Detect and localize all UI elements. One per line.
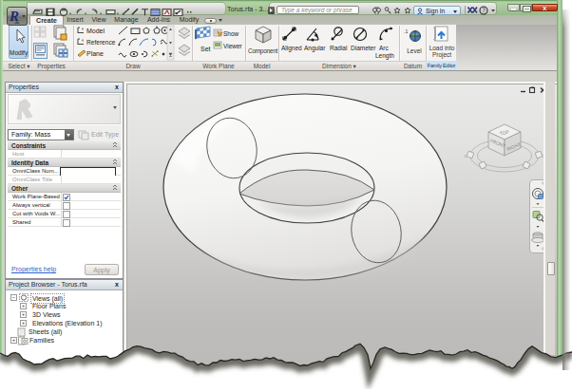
svg-text:Arc: Arc <box>379 45 390 51</box>
svg-text:Length: Length <box>375 52 394 60</box>
svg-text:Angular: Angular <box>304 45 326 52</box>
svg-text:Model: Model <box>86 28 105 34</box>
svg-text:Viewer: Viewer <box>223 43 243 49</box>
svg-text:Reference: Reference <box>86 39 116 46</box>
svg-text:Diameter: Diameter <box>351 45 376 51</box>
svg-text:.1: .1 <box>404 28 408 34</box>
svg-text:Radial: Radial <box>330 45 348 51</box>
svg-text:?: ? <box>482 7 486 13</box>
svg-text:Plane: Plane <box>86 50 104 57</box>
svg-text:Set: Set <box>200 46 211 52</box>
svg-text:Show: Show <box>223 30 239 37</box>
svg-text:Aligned: Aligned <box>281 45 302 52</box>
